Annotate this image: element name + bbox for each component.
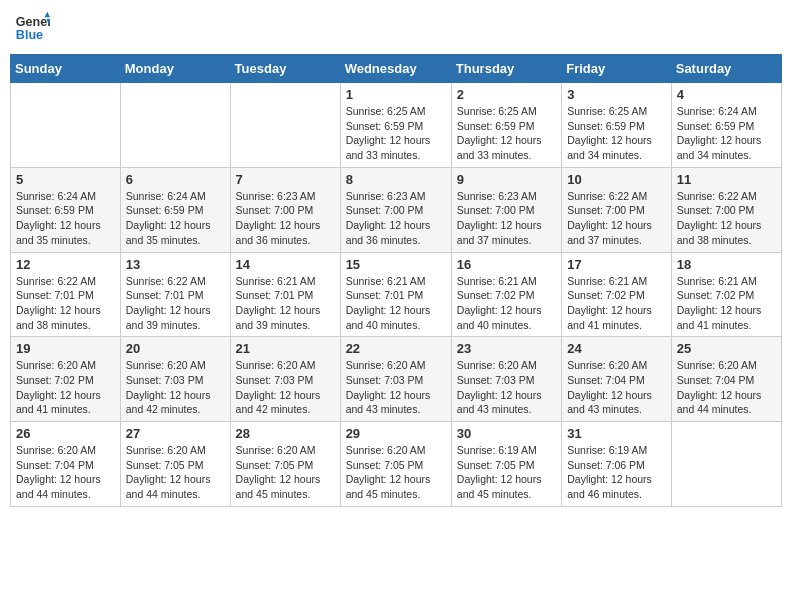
- day-info: Sunrise: 6:23 AM Sunset: 7:00 PM Dayligh…: [236, 189, 335, 248]
- day-info: Sunrise: 6:22 AM Sunset: 7:00 PM Dayligh…: [677, 189, 776, 248]
- calendar-cell: [230, 83, 340, 168]
- calendar-week-row: 1Sunrise: 6:25 AM Sunset: 6:59 PM Daylig…: [11, 83, 782, 168]
- day-info: Sunrise: 6:20 AM Sunset: 7:05 PM Dayligh…: [236, 443, 335, 502]
- calendar-cell: 13Sunrise: 6:22 AM Sunset: 7:01 PM Dayli…: [120, 252, 230, 337]
- day-number: 23: [457, 341, 556, 356]
- calendar-cell: 16Sunrise: 6:21 AM Sunset: 7:02 PM Dayli…: [451, 252, 561, 337]
- calendar-cell: 27Sunrise: 6:20 AM Sunset: 7:05 PM Dayli…: [120, 422, 230, 507]
- calendar-cell: 2Sunrise: 6:25 AM Sunset: 6:59 PM Daylig…: [451, 83, 561, 168]
- calendar-cell: 6Sunrise: 6:24 AM Sunset: 6:59 PM Daylig…: [120, 167, 230, 252]
- logo-icon: General Blue: [14, 10, 50, 46]
- day-number: 22: [346, 341, 446, 356]
- day-number: 26: [16, 426, 115, 441]
- calendar-cell: 26Sunrise: 6:20 AM Sunset: 7:04 PM Dayli…: [11, 422, 121, 507]
- day-number: 21: [236, 341, 335, 356]
- day-number: 9: [457, 172, 556, 187]
- day-number: 30: [457, 426, 556, 441]
- day-number: 12: [16, 257, 115, 272]
- day-info: Sunrise: 6:21 AM Sunset: 7:01 PM Dayligh…: [236, 274, 335, 333]
- weekday-header-cell: Tuesday: [230, 55, 340, 83]
- day-number: 24: [567, 341, 666, 356]
- calendar-cell: 24Sunrise: 6:20 AM Sunset: 7:04 PM Dayli…: [562, 337, 672, 422]
- calendar-cell: 3Sunrise: 6:25 AM Sunset: 6:59 PM Daylig…: [562, 83, 672, 168]
- day-info: Sunrise: 6:21 AM Sunset: 7:01 PM Dayligh…: [346, 274, 446, 333]
- day-number: 17: [567, 257, 666, 272]
- day-number: 7: [236, 172, 335, 187]
- calendar-cell: 30Sunrise: 6:19 AM Sunset: 7:05 PM Dayli…: [451, 422, 561, 507]
- day-number: 13: [126, 257, 225, 272]
- day-number: 11: [677, 172, 776, 187]
- calendar-body: 1Sunrise: 6:25 AM Sunset: 6:59 PM Daylig…: [11, 83, 782, 507]
- calendar-cell: 17Sunrise: 6:21 AM Sunset: 7:02 PM Dayli…: [562, 252, 672, 337]
- calendar-cell: 5Sunrise: 6:24 AM Sunset: 6:59 PM Daylig…: [11, 167, 121, 252]
- day-number: 18: [677, 257, 776, 272]
- calendar-week-row: 19Sunrise: 6:20 AM Sunset: 7:02 PM Dayli…: [11, 337, 782, 422]
- calendar-cell: 23Sunrise: 6:20 AM Sunset: 7:03 PM Dayli…: [451, 337, 561, 422]
- calendar-cell: 19Sunrise: 6:20 AM Sunset: 7:02 PM Dayli…: [11, 337, 121, 422]
- day-number: 19: [16, 341, 115, 356]
- logo: General Blue: [14, 10, 50, 46]
- day-number: 16: [457, 257, 556, 272]
- calendar-week-row: 5Sunrise: 6:24 AM Sunset: 6:59 PM Daylig…: [11, 167, 782, 252]
- weekday-header-cell: Wednesday: [340, 55, 451, 83]
- day-number: 8: [346, 172, 446, 187]
- calendar-cell: 9Sunrise: 6:23 AM Sunset: 7:00 PM Daylig…: [451, 167, 561, 252]
- day-info: Sunrise: 6:20 AM Sunset: 7:05 PM Dayligh…: [126, 443, 225, 502]
- day-number: 14: [236, 257, 335, 272]
- day-number: 28: [236, 426, 335, 441]
- day-number: 10: [567, 172, 666, 187]
- day-info: Sunrise: 6:24 AM Sunset: 6:59 PM Dayligh…: [16, 189, 115, 248]
- day-info: Sunrise: 6:25 AM Sunset: 6:59 PM Dayligh…: [567, 104, 666, 163]
- calendar-cell: 11Sunrise: 6:22 AM Sunset: 7:00 PM Dayli…: [671, 167, 781, 252]
- calendar-cell: 25Sunrise: 6:20 AM Sunset: 7:04 PM Dayli…: [671, 337, 781, 422]
- day-number: 25: [677, 341, 776, 356]
- day-info: Sunrise: 6:24 AM Sunset: 6:59 PM Dayligh…: [126, 189, 225, 248]
- calendar-cell: 20Sunrise: 6:20 AM Sunset: 7:03 PM Dayli…: [120, 337, 230, 422]
- day-info: Sunrise: 6:20 AM Sunset: 7:03 PM Dayligh…: [457, 358, 556, 417]
- calendar-cell: 7Sunrise: 6:23 AM Sunset: 7:00 PM Daylig…: [230, 167, 340, 252]
- day-number: 4: [677, 87, 776, 102]
- day-info: Sunrise: 6:25 AM Sunset: 6:59 PM Dayligh…: [457, 104, 556, 163]
- calendar-cell: 1Sunrise: 6:25 AM Sunset: 6:59 PM Daylig…: [340, 83, 451, 168]
- calendar-week-row: 12Sunrise: 6:22 AM Sunset: 7:01 PM Dayli…: [11, 252, 782, 337]
- day-info: Sunrise: 6:21 AM Sunset: 7:02 PM Dayligh…: [677, 274, 776, 333]
- day-number: 2: [457, 87, 556, 102]
- weekday-header-cell: Sunday: [11, 55, 121, 83]
- day-number: 15: [346, 257, 446, 272]
- calendar-cell: 21Sunrise: 6:20 AM Sunset: 7:03 PM Dayli…: [230, 337, 340, 422]
- day-number: 1: [346, 87, 446, 102]
- calendar-cell: 4Sunrise: 6:24 AM Sunset: 6:59 PM Daylig…: [671, 83, 781, 168]
- day-info: Sunrise: 6:22 AM Sunset: 7:00 PM Dayligh…: [567, 189, 666, 248]
- calendar-cell: [120, 83, 230, 168]
- weekday-header-cell: Monday: [120, 55, 230, 83]
- calendar-cell: 18Sunrise: 6:21 AM Sunset: 7:02 PM Dayli…: [671, 252, 781, 337]
- day-info: Sunrise: 6:20 AM Sunset: 7:03 PM Dayligh…: [236, 358, 335, 417]
- day-info: Sunrise: 6:21 AM Sunset: 7:02 PM Dayligh…: [567, 274, 666, 333]
- page-header: General Blue: [10, 10, 782, 46]
- day-info: Sunrise: 6:22 AM Sunset: 7:01 PM Dayligh…: [126, 274, 225, 333]
- svg-text:Blue: Blue: [16, 28, 43, 42]
- calendar-cell: 15Sunrise: 6:21 AM Sunset: 7:01 PM Dayli…: [340, 252, 451, 337]
- calendar-cell: 31Sunrise: 6:19 AM Sunset: 7:06 PM Dayli…: [562, 422, 672, 507]
- calendar-table: SundayMondayTuesdayWednesdayThursdayFrid…: [10, 54, 782, 507]
- calendar-cell: 12Sunrise: 6:22 AM Sunset: 7:01 PM Dayli…: [11, 252, 121, 337]
- calendar-cell: 8Sunrise: 6:23 AM Sunset: 7:00 PM Daylig…: [340, 167, 451, 252]
- day-info: Sunrise: 6:19 AM Sunset: 7:06 PM Dayligh…: [567, 443, 666, 502]
- day-number: 6: [126, 172, 225, 187]
- day-number: 5: [16, 172, 115, 187]
- day-info: Sunrise: 6:20 AM Sunset: 7:03 PM Dayligh…: [126, 358, 225, 417]
- calendar-cell: [671, 422, 781, 507]
- day-number: 27: [126, 426, 225, 441]
- calendar-cell: 22Sunrise: 6:20 AM Sunset: 7:03 PM Dayli…: [340, 337, 451, 422]
- weekday-header-cell: Thursday: [451, 55, 561, 83]
- calendar-cell: 14Sunrise: 6:21 AM Sunset: 7:01 PM Dayli…: [230, 252, 340, 337]
- day-info: Sunrise: 6:22 AM Sunset: 7:01 PM Dayligh…: [16, 274, 115, 333]
- day-info: Sunrise: 6:20 AM Sunset: 7:04 PM Dayligh…: [677, 358, 776, 417]
- calendar-week-row: 26Sunrise: 6:20 AM Sunset: 7:04 PM Dayli…: [11, 422, 782, 507]
- weekday-header-row: SundayMondayTuesdayWednesdayThursdayFrid…: [11, 55, 782, 83]
- calendar-cell: 29Sunrise: 6:20 AM Sunset: 7:05 PM Dayli…: [340, 422, 451, 507]
- weekday-header-cell: Friday: [562, 55, 672, 83]
- weekday-header-cell: Saturday: [671, 55, 781, 83]
- calendar-cell: [11, 83, 121, 168]
- day-info: Sunrise: 6:23 AM Sunset: 7:00 PM Dayligh…: [346, 189, 446, 248]
